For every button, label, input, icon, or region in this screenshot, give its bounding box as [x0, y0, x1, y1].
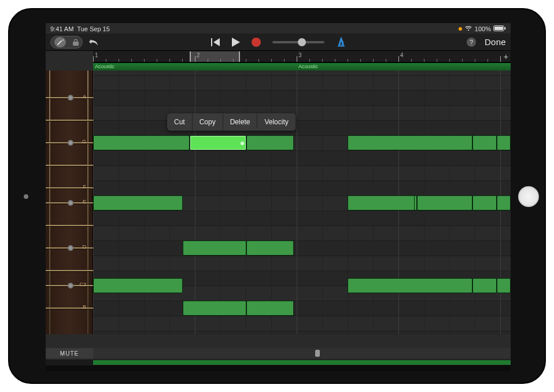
note-grid[interactable]: CutCopyDeleteVelocity	[93, 71, 511, 334]
string-row: G	[46, 135, 93, 150]
mute-label: MUTE	[60, 350, 79, 357]
midi-note[interactable]	[472, 135, 497, 150]
midi-note[interactable]	[497, 195, 511, 210]
recording-indicator-icon	[459, 27, 462, 31]
midi-note[interactable]	[472, 278, 497, 293]
svg-rect-2	[505, 27, 506, 29]
done-button[interactable]: Done	[485, 37, 506, 47]
region[interactable]: Acoustic	[297, 63, 511, 71]
rewind-button[interactable]	[210, 38, 220, 46]
battery-icon	[493, 25, 506, 32]
string-row: E	[46, 195, 93, 210]
string-label: B	[83, 304, 86, 310]
bar-number: 3	[298, 52, 302, 58]
string-row	[46, 218, 93, 233]
scrollbar-thumb[interactable]	[93, 360, 511, 365]
string-row: A	[46, 90, 93, 105]
bottom-spacer	[46, 365, 511, 371]
midi-note[interactable]	[246, 301, 294, 316]
playhead-thumb[interactable]	[315, 350, 320, 357]
midi-note[interactable]	[497, 278, 511, 293]
string-row	[46, 263, 93, 278]
midi-note[interactable]	[348, 195, 417, 210]
status-time: 9:41 AM	[50, 25, 73, 32]
svg-text:?: ?	[470, 39, 473, 46]
string-label: A	[83, 94, 86, 99]
string-label: E	[83, 199, 86, 205]
midi-note[interactable]	[93, 278, 183, 293]
context-menu-item[interactable]: Copy	[193, 113, 223, 131]
lock-icon	[73, 39, 79, 46]
pencil-icon	[54, 37, 66, 47]
timeline-ruler[interactable]: + 1234	[93, 51, 511, 62]
svg-rect-1	[494, 27, 503, 30]
playhead-track[interactable]	[93, 348, 511, 358]
midi-note[interactable]	[417, 195, 472, 210]
cycle-region[interactable]	[190, 51, 240, 62]
piano-roll-keys: AGFEDC2B	[46, 71, 93, 334]
string-label: C2	[79, 282, 86, 287]
midi-note[interactable]	[93, 135, 190, 150]
string-label: F	[83, 184, 87, 190]
mute-button[interactable]: MUTE	[46, 348, 93, 358]
context-menu-item[interactable]: Cut	[167, 113, 193, 131]
string-row: D	[46, 241, 93, 256]
toolbar: ? Done	[46, 34, 511, 51]
string-row: B	[46, 301, 93, 316]
edit-mode-toggle[interactable]	[50, 36, 83, 49]
midi-note[interactable]	[183, 241, 246, 256]
string-row	[46, 158, 93, 173]
midi-note[interactable]	[348, 278, 472, 293]
context-menu: CutCopyDeleteVelocity	[167, 113, 296, 131]
midi-note[interactable]	[246, 241, 294, 256]
region-strip[interactable]: AcousticAcoustic	[93, 62, 511, 71]
string-label: D	[83, 244, 87, 250]
midi-note[interactable]	[246, 135, 294, 150]
ipad-frame: 9:41 AM Tue Sep 15 100%	[8, 8, 546, 384]
play-button[interactable]	[232, 38, 240, 47]
status-date: Tue Sep 15	[77, 25, 109, 32]
midi-note[interactable]	[190, 135, 246, 150]
editor-area: AGFEDC2B CutCopyDeleteVelocity	[46, 71, 511, 334]
undo-button[interactable]	[88, 38, 100, 47]
horizontal-scrollbar[interactable]	[46, 360, 511, 365]
midi-note[interactable]	[472, 195, 497, 210]
volume-thumb[interactable]	[298, 38, 306, 46]
context-menu-item[interactable]: Velocity	[257, 113, 296, 131]
region[interactable]: Acoustic	[93, 63, 297, 71]
string-row: F	[46, 180, 93, 195]
string-row	[46, 113, 93, 128]
string-label: G	[82, 139, 86, 145]
help-button[interactable]: ?	[466, 37, 477, 47]
midi-note[interactable]	[93, 195, 183, 210]
metronome-icon[interactable]	[336, 37, 346, 47]
app-screen: 9:41 AM Tue Sep 15 100%	[46, 23, 511, 371]
status-bar: 9:41 AM Tue Sep 15 100%	[46, 23, 511, 34]
midi-note[interactable]	[497, 135, 511, 150]
midi-note[interactable]	[183, 301, 246, 316]
string-row: C2	[46, 278, 93, 293]
camera-dot	[24, 194, 28, 199]
battery-percent: 100%	[475, 25, 491, 32]
midi-note[interactable]	[348, 135, 472, 150]
record-button[interactable]	[252, 38, 261, 47]
transport-controls	[210, 37, 346, 47]
home-button[interactable]	[518, 186, 539, 207]
bar-number: 1	[95, 52, 98, 58]
bar-number: 4	[400, 52, 404, 58]
wifi-icon	[464, 25, 472, 32]
volume-slider[interactable]	[272, 41, 324, 43]
add-section-button[interactable]: +	[504, 52, 508, 61]
